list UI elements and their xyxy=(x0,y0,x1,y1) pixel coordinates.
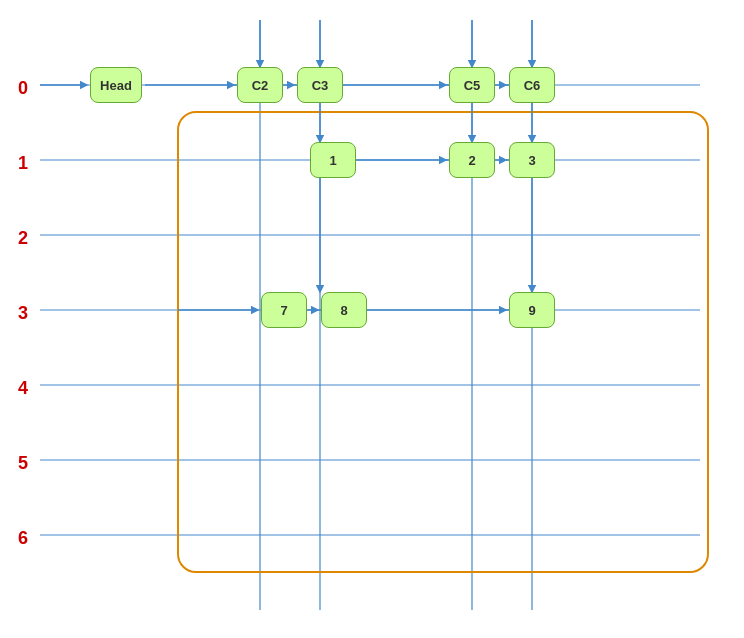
node-3[interactable]: 3 xyxy=(509,142,555,178)
node-7[interactable]: 7 xyxy=(261,292,307,328)
svg-rect-11 xyxy=(178,112,708,572)
node-c3[interactable]: C3 xyxy=(297,67,343,103)
node-c6[interactable]: C6 xyxy=(509,67,555,103)
node-9[interactable]: 9 xyxy=(509,292,555,328)
node-c5[interactable]: C5 xyxy=(449,67,495,103)
node-head[interactable]: Head xyxy=(90,67,142,103)
node-1[interactable]: 1 xyxy=(310,142,356,178)
node-c2[interactable]: C2 xyxy=(237,67,283,103)
node-2[interactable]: 2 xyxy=(449,142,495,178)
canvas: 0 1 2 3 4 5 6 Head C2 C3 C5 C6 1 2 3 7 8… xyxy=(0,0,744,638)
node-8[interactable]: 8 xyxy=(321,292,367,328)
